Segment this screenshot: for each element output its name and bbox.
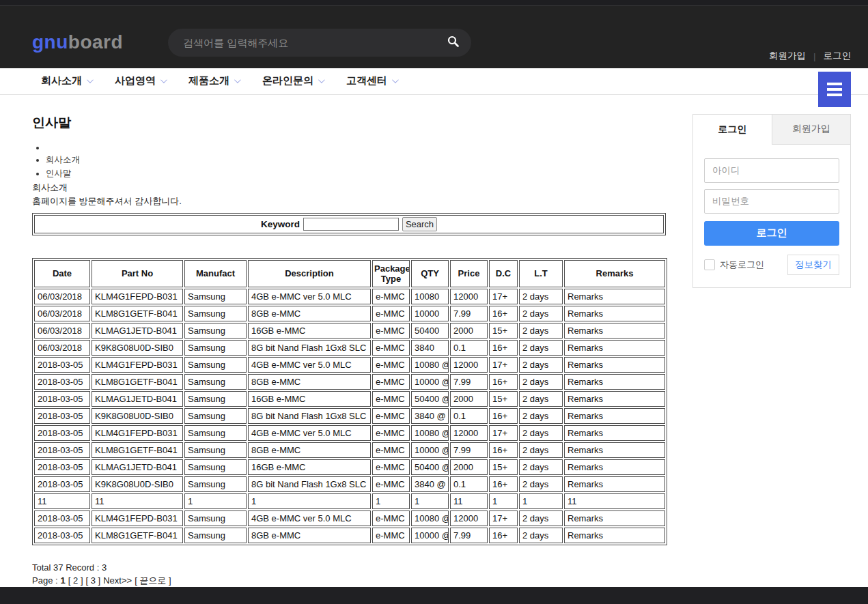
column-header: D.C bbox=[489, 260, 518, 287]
login-widget: 로그인회원가입 로그인 자동로그인 정보찾기 bbox=[692, 114, 851, 288]
main-nav: 회사소개사업영역제품소개온라인문의고객센터 bbox=[0, 68, 868, 95]
table-cell: 06/03/2018 bbox=[34, 340, 90, 356]
table-cell: 10080 @ bbox=[411, 510, 449, 526]
breadcrumb-item[interactable]: 인사말 bbox=[46, 168, 666, 179]
table-cell: 2 days bbox=[519, 357, 563, 373]
table-cell: KLMAG1JETD-B041 bbox=[92, 323, 183, 339]
table-cell: 1 bbox=[184, 493, 247, 509]
chevron-down-icon bbox=[392, 77, 399, 84]
table-cell: KLM4G1FEPD-B031 bbox=[92, 425, 183, 441]
table-cell: Remarks bbox=[564, 289, 665, 304]
table-cell: 8G bit Nand Flash 1Gx8 SLC bbox=[248, 476, 371, 492]
link-divider: | bbox=[813, 51, 816, 61]
table-cell: K9K8G08U0D-SIB0 bbox=[92, 340, 183, 356]
page-root: gnuboard 회원가입 | 로그인 회사소개사업영역제품소개온라인문의고객센… bbox=[0, 0, 868, 604]
table-cell: Samsung bbox=[184, 476, 247, 492]
header-links: 회원가입 | 로그인 bbox=[769, 50, 851, 62]
user-id-input[interactable] bbox=[704, 158, 839, 183]
auto-login-label[interactable]: 자동로그인 bbox=[704, 259, 764, 271]
table-cell: Remarks bbox=[564, 442, 665, 458]
table-cell: e-MMC bbox=[372, 340, 410, 356]
table-cell: Remarks bbox=[564, 425, 665, 441]
table-cell: Remarks bbox=[564, 306, 665, 321]
table-cell: Remarks bbox=[564, 459, 665, 475]
login-widget-tab-0[interactable]: 로그인 bbox=[693, 115, 772, 145]
table-cell: 10000 @ bbox=[411, 528, 449, 543]
pagination-link-2[interactable]: Next>> bbox=[103, 575, 132, 586]
column-header: Date bbox=[34, 260, 90, 287]
table-cell: Samsung bbox=[184, 289, 247, 304]
hamburger-icon bbox=[827, 83, 842, 85]
auto-login-checkbox[interactable] bbox=[704, 259, 715, 270]
pagination-link-1[interactable]: [ 3 ] bbox=[86, 575, 101, 586]
table-cell: 11 bbox=[34, 493, 90, 509]
table-cell: 12000 bbox=[450, 510, 488, 526]
table-cell: 16+ bbox=[489, 528, 518, 543]
table-cell: e-MMC bbox=[372, 357, 410, 373]
menu-toggle-button[interactable] bbox=[818, 72, 851, 107]
sidebar-login-button[interactable]: 로그인 bbox=[704, 221, 839, 246]
login-link[interactable]: 로그인 bbox=[824, 50, 852, 62]
nav-item-4[interactable]: 고객센터 bbox=[346, 74, 397, 87]
table-cell: 1 bbox=[372, 493, 410, 509]
table-cell: Remarks bbox=[564, 374, 665, 390]
table-cell: e-MMC bbox=[372, 510, 410, 526]
login-widget-tab-1[interactable]: 회원가입 bbox=[772, 115, 851, 145]
breadcrumb-item[interactable] bbox=[46, 143, 666, 152]
table-cell: Samsung bbox=[184, 340, 247, 356]
table-cell: 8G bit Nand Flash 1Gx8 SLC bbox=[248, 408, 371, 424]
logo-text-gnu: gnu bbox=[32, 31, 68, 53]
table-cell: Samsung bbox=[184, 391, 247, 407]
table-row: 2018-03-05KLM8G1GETF-B041Samsung8GB e-MM… bbox=[34, 528, 665, 543]
table-row: 2018-03-05KLM4G1FEPD-B031Samsung4GB e-MM… bbox=[34, 357, 665, 373]
table-cell: 0.1 bbox=[450, 408, 488, 424]
keyword-search-button[interactable]: Search bbox=[402, 217, 437, 231]
nav-item-0[interactable]: 회사소개 bbox=[41, 74, 92, 87]
table-cell: KLMAG1JETD-B041 bbox=[92, 391, 183, 407]
table-cell: 2 days bbox=[519, 528, 563, 543]
parts-table: DatePart NoManufactDescriptionPackage Ty… bbox=[32, 258, 667, 545]
find-info-button[interactable]: 정보찾기 bbox=[787, 255, 839, 275]
column-header: Part No bbox=[92, 260, 183, 287]
chevron-down-icon bbox=[87, 77, 94, 84]
top-strip bbox=[0, 0, 868, 6]
signup-link[interactable]: 회원가입 bbox=[769, 50, 806, 62]
column-header: Price bbox=[450, 260, 488, 287]
password-input[interactable] bbox=[704, 189, 839, 214]
table-row: 11111111111111 bbox=[34, 493, 665, 509]
header-search-button[interactable] bbox=[440, 31, 466, 53]
table-cell: 2 days bbox=[519, 323, 563, 339]
table-cell: 12000 bbox=[450, 425, 488, 441]
table-cell: Samsung bbox=[184, 357, 247, 373]
table-cell: 10000 bbox=[411, 306, 449, 321]
table-cell: e-MMC bbox=[372, 306, 410, 321]
table-cell: 10080 @ bbox=[411, 425, 449, 441]
pagination-link-3[interactable]: [ 끝으로 ] bbox=[135, 575, 171, 587]
greeting-text: 홈페이지를 방문해주셔서 감사합니다. bbox=[32, 195, 666, 207]
column-header: Remarks bbox=[564, 260, 665, 287]
table-cell: 17+ bbox=[489, 425, 518, 441]
breadcrumb-item[interactable]: 회사소개 bbox=[46, 154, 666, 166]
table-cell: 12000 bbox=[450, 357, 488, 373]
table-cell: e-MMC bbox=[372, 528, 410, 543]
site-logo[interactable]: gnuboard bbox=[32, 31, 123, 53]
record-summary: Total 37 Record : 3 bbox=[32, 562, 666, 573]
table-row: 2018-03-05K9K8G08U0D-SIB0Samsung8G bit N… bbox=[34, 476, 665, 492]
table-cell: 11 bbox=[564, 493, 665, 509]
pagination-link-0[interactable]: [ 2 ] bbox=[68, 575, 83, 586]
table-cell: Samsung bbox=[184, 306, 247, 321]
keyword-input[interactable] bbox=[303, 218, 399, 231]
table-row: 06/03/2018KLM8G1GETF-B041Samsung8GB e-MM… bbox=[34, 306, 665, 321]
nav-item-3[interactable]: 온라인문의 bbox=[262, 74, 323, 87]
table-cell: 2 days bbox=[519, 459, 563, 475]
table-row: 2018-03-05KLM4G1FEPD-B031Samsung4GB e-MM… bbox=[34, 425, 665, 441]
header-search-input[interactable] bbox=[183, 37, 440, 48]
table-cell: 7.99 bbox=[450, 306, 488, 321]
nav-item-1[interactable]: 사업영역 bbox=[115, 74, 165, 87]
nav-item-2[interactable]: 제품소개 bbox=[188, 74, 239, 87]
logo-text-board: board bbox=[68, 31, 123, 53]
table-cell: 2 days bbox=[519, 374, 563, 390]
pagination-current-page: 1 bbox=[61, 575, 66, 586]
table-cell: 16GB e-MMC bbox=[248, 391, 371, 407]
table-cell: e-MMC bbox=[372, 391, 410, 407]
